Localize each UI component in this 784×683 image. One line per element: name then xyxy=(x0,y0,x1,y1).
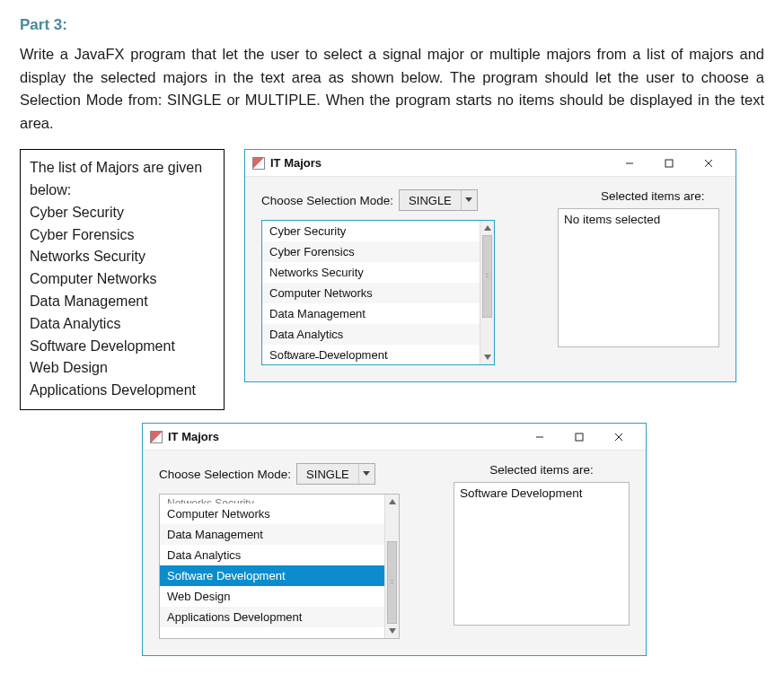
majors-listview[interactable]: Cyber Security Cyber Forensics Networks … xyxy=(261,220,495,365)
titlebar[interactable]: IT Majors xyxy=(143,424,646,451)
list-item[interactable]: Applications Development xyxy=(160,607,384,627)
list-item[interactable]: Web Design xyxy=(160,586,384,607)
window-title: IT Majors xyxy=(270,156,322,170)
window-it-majors-selected: IT Majors Choose Selection Mode: SINGLE … xyxy=(142,423,647,656)
close-button[interactable] xyxy=(689,151,728,176)
close-button[interactable] xyxy=(599,425,639,450)
scrollbar[interactable] xyxy=(480,221,494,364)
selected-items-textarea[interactable]: No items selected xyxy=(558,208,719,347)
list-item[interactable]: Software Development xyxy=(262,345,480,364)
list-item[interactable]: Computer Networks xyxy=(262,283,480,303)
svg-rect-1 xyxy=(665,160,673,167)
list-item[interactable]: Data Management xyxy=(160,524,384,545)
app-icon xyxy=(150,431,163,443)
svg-marker-6 xyxy=(484,355,491,360)
list-item[interactable]: Networks Security xyxy=(160,495,384,503)
majors-item: Software Development xyxy=(30,336,213,358)
majors-item: Networks Security xyxy=(30,246,213,268)
minimize-button[interactable] xyxy=(520,425,559,450)
scrollbar[interactable] xyxy=(384,495,399,638)
majors-intro: The list of Majors are given below: xyxy=(30,157,213,202)
scroll-up-button[interactable] xyxy=(385,495,399,509)
svg-marker-11 xyxy=(363,471,370,476)
list-item[interactable]: Networks Security xyxy=(262,262,480,283)
majors-item: Data Management xyxy=(30,291,213,313)
part-heading: Part 3: xyxy=(20,16,764,34)
svg-marker-5 xyxy=(484,225,491,231)
app-icon xyxy=(252,157,265,170)
combo-value: SINGLE xyxy=(400,194,461,207)
minimize-button[interactable] xyxy=(610,151,649,176)
instruction-text: Write a JavaFX program that let the user… xyxy=(20,43,764,135)
selected-items-label: Selected items are: xyxy=(558,189,719,203)
chevron-down-icon xyxy=(358,464,374,484)
svg-rect-8 xyxy=(576,433,583,441)
list-item[interactable]: Data Analytics xyxy=(160,545,384,565)
scroll-thumb[interactable] xyxy=(482,235,492,318)
list-item[interactable]: Data Management xyxy=(262,303,480,324)
majors-item: Applications Development xyxy=(30,380,213,402)
selected-items-textarea[interactable]: Software Development xyxy=(454,482,630,626)
mode-label: Choose Selection Mode: xyxy=(159,468,291,481)
list-item[interactable]: Cyber Security xyxy=(262,221,480,241)
selection-mode-combo[interactable]: SINGLE xyxy=(296,463,375,485)
window-title: IT Majors xyxy=(168,430,219,443)
majors-item: Computer Networks xyxy=(30,268,213,291)
mode-label: Choose Selection Mode: xyxy=(261,194,393,207)
majors-item: Cyber Forensics xyxy=(30,224,213,247)
maximize-button[interactable] xyxy=(559,425,599,450)
window-it-majors-initial: IT Majors Choose Selection Mode: SINGLE xyxy=(244,149,736,382)
majors-item: Data Analytics xyxy=(30,313,213,336)
majors-listview[interactable]: Networks Security Computer Networks Data… xyxy=(159,494,400,639)
list-item[interactable]: Data Analytics xyxy=(262,324,480,345)
list-item[interactable]: Cyber Forensics xyxy=(262,241,480,262)
svg-marker-4 xyxy=(465,197,472,202)
list-item[interactable]: Computer Networks xyxy=(160,503,384,524)
titlebar[interactable]: IT Majors xyxy=(245,150,736,177)
scroll-thumb[interactable] xyxy=(387,541,397,624)
selected-items-label: Selected items are: xyxy=(454,463,630,477)
scroll-down-button[interactable] xyxy=(480,350,494,364)
majors-item: Cyber Security xyxy=(30,202,213,224)
majors-reference-box: The list of Majors are given below: Cybe… xyxy=(20,149,225,410)
scroll-up-button[interactable] xyxy=(480,221,494,235)
scroll-down-button[interactable] xyxy=(385,624,399,638)
svg-marker-13 xyxy=(389,628,396,634)
svg-marker-12 xyxy=(389,499,396,504)
majors-item: Web Design xyxy=(30,357,213,380)
maximize-button[interactable] xyxy=(649,151,689,176)
selection-mode-combo[interactable]: SINGLE xyxy=(399,189,478,211)
combo-value: SINGLE xyxy=(297,468,358,481)
list-item-selected[interactable]: Software Development xyxy=(160,565,384,586)
chevron-down-icon xyxy=(461,190,477,210)
